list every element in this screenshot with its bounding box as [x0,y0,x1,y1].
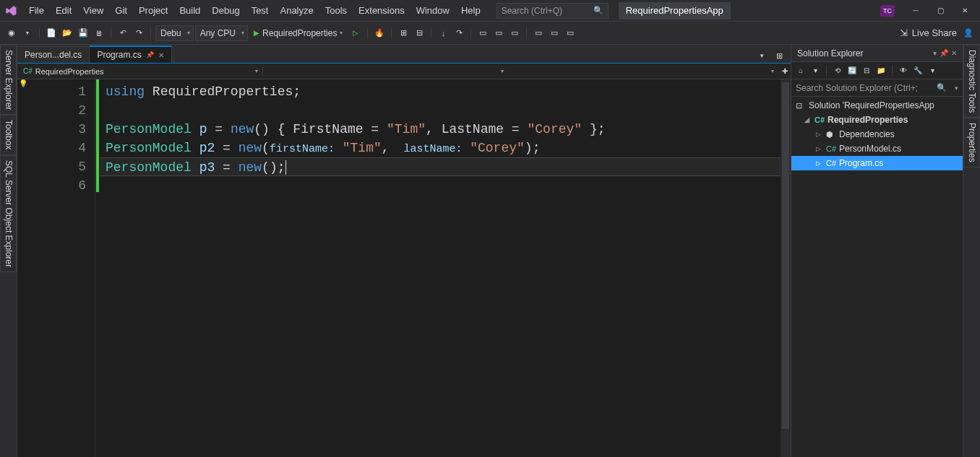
step-into-button[interactable]: ↓ [436,26,450,40]
nav-fwd-dropdown[interactable]: ▾ [20,26,35,40]
menu-build[interactable]: Build [173,2,206,19]
se-refresh-button[interactable]: 🔄 [846,64,859,77]
search-icon: 🔍 [937,83,947,92]
close-tab-icon[interactable]: ✕ [158,51,164,59]
tree-solution-node[interactable]: ⊡ Solution 'RequiredPropertiesApp [791,98,963,113]
code-content[interactable]: using RequiredProperties; PersonModel p … [100,79,781,457]
code-line-6[interactable] [100,176,781,195]
save-button[interactable]: 💾 [76,26,90,40]
panel-close-icon[interactable]: ✕ [951,49,957,57]
expand-icon[interactable]: ◢ [804,116,812,123]
tb-btn-7[interactable]: ▭ [547,26,562,40]
minimize-button[interactable]: ─ [905,3,927,19]
se-home-button[interactable]: ⌂ [794,64,807,77]
se-sync-button[interactable]: ⟲ [831,64,844,77]
platform-dropdown[interactable]: Any CPU [195,25,248,41]
tree-deps-label: Dependencies [839,129,895,139]
tb-btn-1[interactable]: ⊞ [396,26,411,40]
menu-edit[interactable]: Edit [50,2,77,19]
code-line-4[interactable]: PersonModel p2 = new(firstName: "Tim", l… [100,139,781,157]
save-all-button[interactable]: 🗎 [92,26,106,40]
close-button[interactable]: ✕ [954,3,976,19]
right-side-panel: Diagnostic Tools Properties [963,45,980,457]
se-showall-button[interactable]: 📁 [874,64,887,77]
sql-explorer-tab[interactable]: SQL Server Object Explorer [0,155,17,272]
menu-test[interactable]: Test [246,2,275,19]
vertical-scrollbar[interactable] [781,79,791,457]
open-button[interactable]: 📂 [60,26,74,40]
redo-button[interactable]: ↷ [132,26,146,40]
se-more-button[interactable]: ▾ [926,64,939,77]
tree-program-node[interactable]: ▷ C# Program.cs [791,156,963,170]
tab-personmodel[interactable]: Person...del.cs [17,46,90,63]
properties-tab[interactable]: Properties [963,118,980,167]
tb-btn-5[interactable]: ▭ [507,26,522,40]
menu-view[interactable]: View [77,2,109,19]
maximize-button[interactable]: ▢ [929,3,951,19]
menu-project[interactable]: Project [133,2,173,19]
tb-btn-3[interactable]: ▭ [476,26,490,40]
menu-help[interactable]: Help [455,2,486,19]
tab-program[interactable]: Program.cs 📌 ✕ [90,45,171,63]
tree-personmodel-node[interactable]: ▷ C# PersonModel.cs [791,142,963,156]
server-explorer-tab[interactable]: Server Explorer [0,45,17,115]
expand-icon[interactable]: ▷ [816,160,823,167]
code-line-3[interactable]: PersonModel p = new() { FirstName = "Tim… [100,120,781,139]
live-share-button[interactable]: ⇲ Live Share [900,27,957,38]
expand-icon[interactable]: ▷ [816,131,823,138]
chevron-down-icon[interactable]: ▾ [955,84,958,92]
nav-project-dropdown[interactable]: C# RequiredProperties [17,67,263,76]
hot-reload-button[interactable]: 🔥 [372,26,387,40]
menu-extensions[interactable]: Extensions [353,2,411,19]
tree-dependencies-node[interactable]: ▷ ⬢ Dependencies [791,127,963,142]
code-editor[interactable]: 💡 1 2 3 4 5 6 using RequiredProperties [17,79,791,457]
split-icon[interactable]: ⊞ [772,48,786,63]
panel-dropdown-icon[interactable]: ▾ [933,49,937,57]
scrollbar-thumb[interactable] [782,82,789,429]
global-search-input[interactable]: Search (Ctrl+Q) 🔍 [497,3,609,19]
se-views-button[interactable]: ▾ [809,64,822,77]
editor-area: Person...del.cs Program.cs 📌 ✕ ▾ ⊞ C# Re… [17,45,791,457]
toolbox-tab[interactable]: Toolbox [0,115,17,154]
line-number: 4 [29,139,95,157]
expand-icon[interactable]: ▷ [816,145,823,152]
code-line-1[interactable]: using RequiredProperties; [100,82,781,101]
solution-explorer-toolbar: ⌂ ▾ ⟲ 🔄 ⊟ 📁 👁 🔧 ▾ [791,62,963,79]
tb-btn-8[interactable]: ▭ [563,26,577,40]
panel-pin-icon[interactable]: 📌 [940,49,948,57]
nav-plus-icon[interactable]: ✚ [779,67,791,75]
tab-label: Program.cs [97,50,141,60]
se-properties-button[interactable]: 🔧 [911,64,924,77]
tree-project-node[interactable]: ◢ C# RequiredProperties [791,113,963,127]
menu-analyze[interactable]: Analyze [274,2,319,19]
tb-btn-4[interactable]: ▭ [491,26,506,40]
menu-window[interactable]: Window [411,2,455,19]
user-avatar[interactable]: TC [880,5,895,17]
line-number: 2 [29,101,95,120]
nav-back-button[interactable]: ◉ [4,26,19,40]
se-preview-button[interactable]: 👁 [897,64,910,77]
menu-tools[interactable]: Tools [319,2,353,19]
pin-icon[interactable]: 📌 [146,51,154,58]
tb-btn-2[interactable]: ⊟ [412,26,426,40]
play-icon: ▶ [254,29,259,37]
tb-btn-6[interactable]: ▭ [531,26,546,40]
code-line-2[interactable] [100,101,781,120]
menu-file[interactable]: File [23,2,50,19]
admin-icon[interactable]: 👤 [961,26,976,40]
diagnostic-tools-tab[interactable]: Diagnostic Tools [963,45,980,118]
menu-debug[interactable]: Debug [206,2,245,19]
step-over-button[interactable]: ↷ [452,26,466,40]
start-debug-button[interactable]: ▶ RequiredProperties ▾ [249,28,347,38]
solution-search-input[interactable]: Search Solution Explorer (Ctrl+; 🔍 ▾ [791,79,963,97]
line-number: 6 [29,176,95,195]
undo-button[interactable]: ↶ [116,26,130,40]
new-project-button[interactable]: 📄 [44,26,59,40]
start-no-debug-button[interactable]: ▷ [348,26,363,40]
menu-git[interactable]: Git [109,2,133,19]
code-line-5[interactable]: PersonModel p3 = new(); [100,157,781,176]
config-dropdown[interactable]: Debu [155,25,194,41]
tabs-dropdown-icon[interactable]: ▾ [755,48,769,63]
se-collapse-button[interactable]: ⊟ [860,64,873,77]
lightbulb-icon[interactable]: 💡 [17,79,29,98]
